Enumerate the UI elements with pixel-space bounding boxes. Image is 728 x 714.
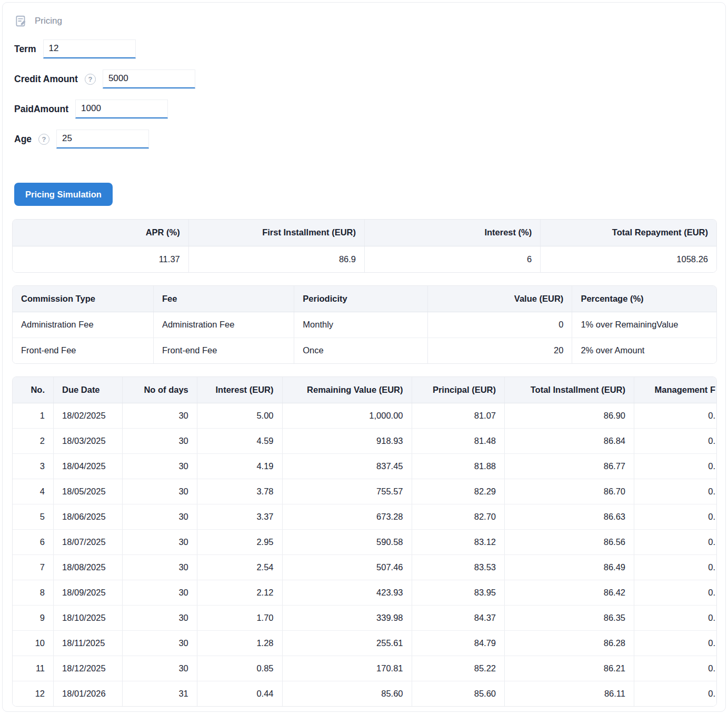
table-cell: 1.28 [197,630,282,656]
table-row: 618/07/2025302.95590.5883.1286.560. [13,529,716,554]
table-cell: 2.54 [197,554,282,580]
summary-table: APR (%)First Installment (EUR)Interest (… [12,219,717,273]
table-cell: 85.60 [412,681,504,706]
table-row: 918/10/2025301.70339.9884.3786.350. [13,605,716,630]
table-cell: 2.95 [197,529,282,554]
table-cell: 4.19 [197,453,282,479]
table-cell: 0. [634,403,717,428]
field-row-paidamount: PaidAmount [12,100,717,118]
table-cell: 20 [428,338,572,363]
table-cell: 83.53 [412,554,504,580]
table-cell: 918.93 [282,428,412,453]
column-header: Commission Type [13,286,153,312]
table-cell: 5 [13,504,54,529]
table-cell: 0. [634,554,717,580]
table-cell: 30 [123,403,197,428]
table-cell: 6 [13,529,54,554]
table-cell: 84.37 [412,605,504,630]
table-cell: 84.79 [412,630,504,656]
table-cell: 673.28 [282,504,412,529]
table-cell: 18/07/2025 [54,529,123,554]
table-cell: 18/08/2025 [54,554,123,580]
table-cell: 2 [13,428,54,453]
table-cell: 18/03/2025 [54,428,123,453]
field-row-age: Age ? [12,130,717,148]
table-cell: 11.37 [13,246,188,272]
table-cell: 4.59 [197,428,282,453]
term-label: Term [14,44,36,55]
schedule-table: No.Due DateNo of daysInterest (EUR)Remai… [12,376,717,707]
table-cell: 3.78 [197,479,282,504]
age-help-icon[interactable]: ? [38,134,49,145]
table-cell: 339.98 [282,605,412,630]
table-cell: 12 [13,681,54,706]
table-cell: 83.12 [412,529,504,554]
table-cell: 86.90 [505,403,634,428]
table-row: 818/09/2025302.12423.9383.9586.420. [13,580,716,605]
table-cell: 18/05/2025 [54,479,123,504]
column-header: Management F [634,377,717,403]
table-cell: 18/10/2025 [54,605,123,630]
pricing-simulation-button[interactable]: Pricing Simulation [14,183,113,206]
table-row: Front-end FeeFront-end FeeOnce202% over … [13,338,716,363]
table-cell: 0. [634,580,717,605]
table-cell: 0. [634,605,717,630]
table-cell: Front-end Fee [13,338,153,363]
term-input[interactable] [43,39,136,58]
table-cell: Once [294,338,428,363]
table-row: 11.3786.961058.26 [13,246,716,272]
table-cell: 0.85 [197,656,282,681]
page-title: Pricing [35,16,62,26]
column-header: Principal (EUR) [412,377,504,403]
table-cell: 30 [123,630,197,656]
table-cell: 6 [365,246,541,272]
table-cell: Monthly [294,312,428,338]
table-cell: 423.93 [282,580,412,605]
table-cell: 31 [123,681,197,706]
paidamount-input[interactable] [75,100,168,118]
table-cell: 18/12/2025 [54,656,123,681]
table-cell: 10 [13,630,54,656]
age-input[interactable] [56,130,149,148]
column-header: APR (%) [13,220,188,246]
credit-amount-help-icon[interactable]: ? [85,74,96,85]
table-row: 1118/12/2025300.85170.8185.2286.210. [13,656,716,681]
table-cell: 86.84 [505,428,634,453]
table-cell: 30 [123,453,197,479]
table-row: 718/08/2025302.54507.4683.5386.490. [13,554,716,580]
table-cell: 30 [123,656,197,681]
table-cell: 590.58 [282,529,412,554]
field-row-term: Term [12,39,717,58]
column-header: Due Date [54,377,123,403]
paidamount-label: PaidAmount [14,104,68,115]
table-cell: 1058.26 [541,246,716,272]
table-cell: 0. [634,681,717,706]
table-cell: 9 [13,605,54,630]
table-cell: 18/04/2025 [54,453,123,479]
table-cell: 81.48 [412,428,504,453]
column-header: Value (EUR) [428,286,572,312]
table-cell: 507.46 [282,554,412,580]
table-cell: 30 [123,605,197,630]
credit-amount-input[interactable] [103,70,195,88]
table-cell: 81.88 [412,453,504,479]
table-cell: 85.60 [282,681,412,706]
age-label: Age [14,134,32,145]
column-header: Total Repayment (EUR) [541,220,716,246]
table-cell: 1.70 [197,605,282,630]
table-row: 1018/11/2025301.28255.6184.7986.280. [13,630,716,656]
field-row-credit-amount: Credit Amount ? [12,70,717,88]
table-cell: 2.12 [197,580,282,605]
table-cell: 85.22 [412,656,504,681]
table-cell: 0 [428,312,572,338]
table-cell: 255.61 [282,630,412,656]
column-header: Remaining Value (EUR) [282,377,412,403]
table-cell: 1 [13,403,54,428]
credit-amount-label: Credit Amount [14,74,78,85]
table-cell: 4 [13,479,54,504]
table-cell: 86.35 [505,605,634,630]
table-cell: 30 [123,580,197,605]
table-cell: 30 [123,479,197,504]
table-cell: 170.81 [282,656,412,681]
table-cell: 0. [634,428,717,453]
